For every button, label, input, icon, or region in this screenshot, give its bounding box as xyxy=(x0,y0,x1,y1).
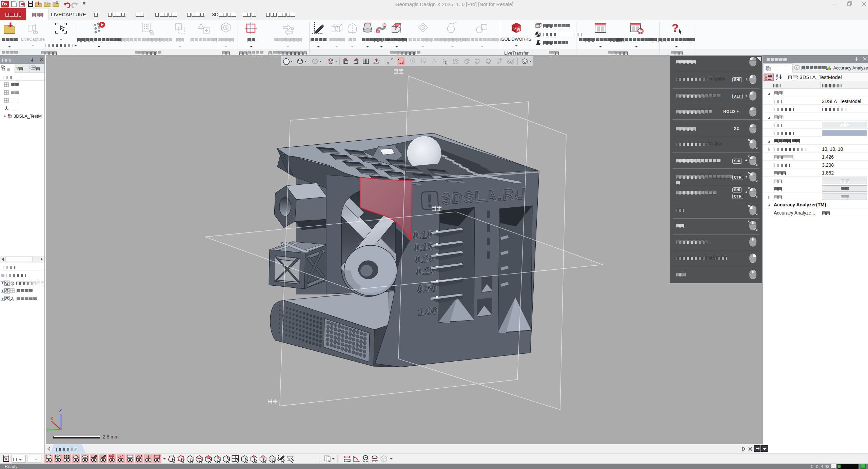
svg-text:Z: Z xyxy=(776,77,778,81)
svg-text:0.20: 0.20 xyxy=(415,252,435,264)
svg-text:0.10: 0.10 xyxy=(413,228,433,241)
svg-text:Z: Z xyxy=(59,407,62,413)
svg-text:?: ? xyxy=(672,21,679,34)
svg-text:A: A xyxy=(225,26,227,29)
svg-text:0.15: 0.15 xyxy=(414,240,434,252)
svg-text:0.25: 0.25 xyxy=(416,264,436,277)
svg-text:2.5 mm: 2.5 mm xyxy=(103,434,119,440)
svg-text:Y: Y xyxy=(46,427,50,433)
svg-text:X: X xyxy=(50,415,54,421)
svg-text:S: S xyxy=(513,26,516,30)
svg-text:W: W xyxy=(517,27,520,32)
svg-text:1.00: 1.00 xyxy=(418,304,438,317)
svg-text:A: A xyxy=(422,26,424,29)
